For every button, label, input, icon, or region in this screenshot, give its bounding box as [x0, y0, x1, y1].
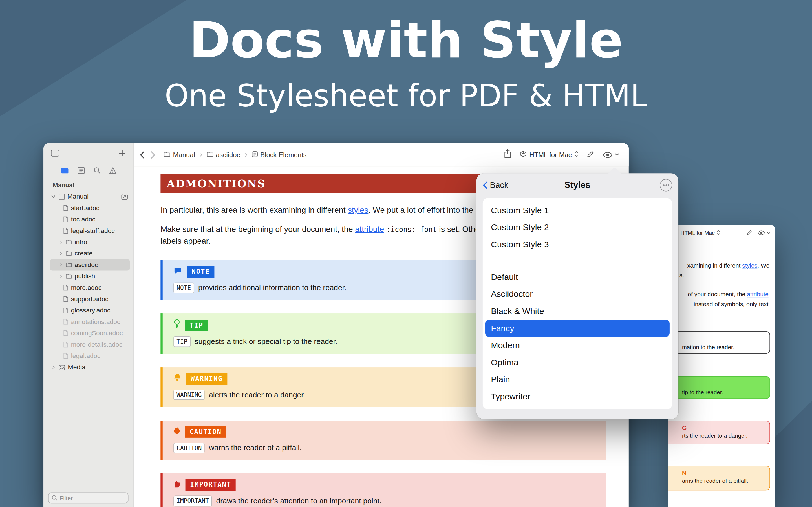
lightbulb-icon: [173, 320, 180, 332]
breadcrumb-label: Block Elements: [260, 151, 307, 159]
file-tree: Manual Manual start.adoc toc.adoc: [43, 177, 133, 373]
folder-icon: [66, 239, 72, 244]
style-option[interactable]: Modern: [483, 337, 672, 354]
hero-subtitle: One Stylesheet for PDF & HTML: [0, 78, 812, 114]
tree-item-file[interactable]: toc.adoc: [50, 214, 130, 225]
tree-item-folder[interactable]: create: [50, 248, 130, 259]
tree-item-file-excluded[interactable]: annotations.adoc: [50, 316, 130, 327]
chevron-right-icon[interactable]: [58, 274, 63, 278]
tree-item-file-excluded[interactable]: legal.adoc: [50, 350, 130, 361]
chevron-right-icon[interactable]: [58, 263, 63, 267]
styles-link[interactable]: styles: [348, 205, 368, 214]
admonition-text: provides additional information to the r…: [198, 283, 347, 293]
tree-item-file[interactable]: start.adoc: [50, 202, 130, 214]
chevron-right-icon[interactable]: [58, 240, 63, 244]
tree-item-file[interactable]: legal-stuff.adoc: [50, 225, 130, 236]
tree-item-file[interactable]: glossary.adoc: [50, 305, 130, 316]
list-separator: [483, 261, 672, 262]
file-icon: [63, 319, 68, 325]
edit-pencil-icon[interactable]: [587, 150, 595, 160]
admonition-chip: TIP: [173, 336, 190, 347]
tree-item-label: Manual: [67, 193, 89, 200]
breadcrumb-item[interactable]: Manual: [163, 151, 195, 159]
attribute-link[interactable]: attribute: [747, 291, 768, 297]
admonition-label: CAUTION: [185, 426, 226, 438]
more-options-icon[interactable]: [660, 179, 672, 191]
clipped-text-line: of your document, the attribute: [688, 291, 769, 297]
open-external-icon[interactable]: [121, 193, 128, 200]
tree-item-file-excluded[interactable]: more-details.adoc: [50, 339, 130, 350]
tree-item-label: toc.adoc: [71, 216, 96, 223]
tree-item-file[interactable]: support.adoc: [50, 293, 130, 304]
share-icon[interactable]: [504, 149, 512, 160]
style-option[interactable]: Asciidoctor: [483, 286, 672, 303]
styles-popover: Back Styles Custom Style 1 Custom Style …: [476, 173, 678, 419]
tree-item-folder[interactable]: publish: [50, 271, 130, 282]
preview-eye-button[interactable]: [603, 151, 619, 158]
breadcrumb-item[interactable]: asciidoc: [206, 151, 240, 159]
admonition-label: IMPORTANT: [186, 480, 236, 491]
style-option[interactable]: Plain: [483, 371, 672, 388]
format-select[interactable]: HTML for Mac: [520, 151, 578, 159]
back-button[interactable]: Back: [483, 180, 508, 190]
chevron-right-icon[interactable]: [58, 251, 63, 256]
admonition-label: TIP: [185, 320, 208, 331]
secondary-document: xamining in different styles. We s. of y…: [668, 241, 775, 507]
secondary-toolbar: HTML for Mac: [668, 225, 775, 241]
tree-item-label: more.adoc: [71, 284, 101, 291]
tree-item-label: glossary.adoc: [71, 307, 110, 314]
styles-list: Custom Style 1 Custom Style 2 Custom Sty…: [483, 198, 672, 409]
folder-icon: [66, 262, 72, 267]
secondary-window: HTML for Mac xamining in different style…: [668, 225, 775, 507]
tab-search-icon[interactable]: [94, 166, 100, 176]
style-option[interactable]: Optima: [483, 354, 672, 371]
tree-item-label: Media: [68, 363, 86, 371]
style-option[interactable]: Black & White: [483, 302, 672, 320]
tab-issues-warning-icon[interactable]: [109, 166, 116, 176]
breadcrumb-item[interactable]: Block Elements: [252, 151, 307, 159]
tab-outline-icon[interactable]: [78, 166, 85, 176]
back-chevron-icon[interactable]: [140, 151, 145, 159]
hero-title: Docs with Style: [0, 13, 812, 68]
folder-icon: [66, 251, 72, 256]
style-option-selected[interactable]: Fancy: [485, 320, 670, 337]
add-file-button[interactable]: [119, 150, 126, 159]
style-option[interactable]: Custom Style 2: [483, 219, 672, 236]
tree-item-folder-selected[interactable]: asciidoc: [50, 259, 130, 270]
book-icon: [59, 193, 65, 200]
file-icon: [63, 330, 68, 336]
style-option[interactable]: Typewriter: [483, 388, 672, 405]
breadcrumb-separator-icon: [199, 151, 202, 159]
edit-pencil-icon[interactable]: [746, 228, 753, 237]
tree-item-file-excluded[interactable]: comingSoon.adoc: [50, 328, 130, 339]
tree-item-label: legal-stuff.adoc: [71, 227, 115, 234]
style-option[interactable]: Custom Style 1: [483, 202, 672, 219]
tree-item-label: legal.adoc: [71, 352, 101, 360]
filter-field[interactable]: [48, 493, 129, 504]
tree-item-file[interactable]: more.adoc: [50, 282, 130, 293]
tree-item-media[interactable]: Media: [50, 362, 130, 373]
preview-eye-button[interactable]: [758, 230, 770, 235]
toggle-sidebar-icon[interactable]: [51, 150, 59, 159]
document-icon: [252, 151, 258, 159]
filter-input[interactable]: [59, 495, 124, 501]
style-option[interactable]: Custom Style 3: [483, 236, 672, 253]
attribute-link[interactable]: attribute: [355, 225, 384, 233]
style-option[interactable]: Default: [483, 269, 672, 286]
chevron-right-icon[interactable]: [51, 365, 56, 370]
tab-files-folder-icon[interactable]: [60, 166, 68, 176]
file-icon: [63, 216, 68, 223]
tree-item-folder[interactable]: intro: [50, 236, 130, 247]
admonition-important: IMPORTANT IMPORTANT draws the reader’s a…: [160, 473, 606, 507]
chevron-down-icon[interactable]: [51, 195, 56, 198]
plain-warning-box: G rts the reader to a danger.: [668, 420, 770, 444]
tree-item-manual-root[interactable]: Manual: [50, 191, 130, 202]
breadcrumb-separator-icon: [244, 151, 247, 159]
styles-link[interactable]: styles: [742, 262, 757, 269]
tree-item-label: annotations.adoc: [71, 318, 120, 326]
format-select[interactable]: HTML for Mac: [673, 230, 720, 236]
file-icon: [63, 228, 68, 234]
popover-header: Back Styles: [476, 173, 678, 197]
forward-chevron-icon[interactable]: [151, 151, 155, 159]
format-select-label: HTML for Mac: [680, 230, 714, 236]
